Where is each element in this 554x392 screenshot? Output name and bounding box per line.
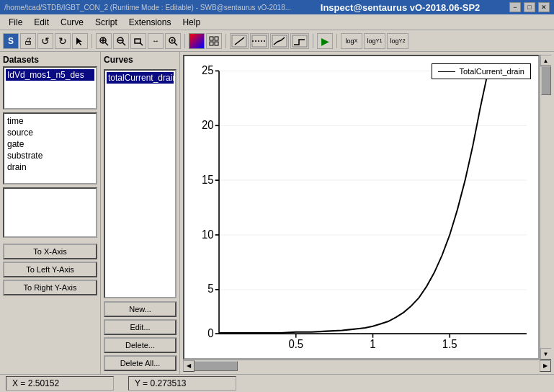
toolbar-t1-btn[interactable] [230,33,249,49]
menu-edit[interactable]: Edit [28,16,55,29]
legend-line-icon [438,71,455,72]
attr-source[interactable]: source [6,127,94,138]
toolbar-zoom-in-btn[interactable] [96,33,112,49]
attr-drain[interactable]: drain [6,161,94,173]
chart-wrapper: TotalCurrent_drain [183,55,551,371]
toolbar-zoom-out-btn[interactable] [113,33,129,49]
chart-svg: 25 20 15 10 5 0 [184,56,538,358]
scroll-thumb-h[interactable] [195,361,238,371]
curve-action-buttons: New... Edit... Delete... Delete All... [104,301,177,371]
svg-text:25: 25 [202,64,214,76]
close-button[interactable]: ✕ [538,2,550,12]
attr-gate[interactable]: gate [6,138,94,150]
svg-line-10 [174,43,177,45]
delete-curve-button[interactable]: Delete... [104,337,177,353]
menu-help[interactable]: Help [177,16,206,29]
toolbar-app-icon[interactable]: S [3,33,19,49]
toolbar-play-btn[interactable]: ▶ [317,33,333,49]
minimize-button[interactable]: − [509,2,521,12]
curves-label: Curves [104,55,177,65]
scroll-up-btn[interactable]: ▲ [540,55,552,66]
toolbar-sep4 [313,34,313,48]
menu-curve[interactable]: Curve [55,16,89,29]
restore-button[interactable]: □ [524,2,535,12]
x-coordinate: X = 2.50152 [6,376,114,391]
toolbar-sep5 [336,34,337,48]
attributes-listbox[interactable]: time source gate substrate drain [3,112,97,184]
svg-text:10: 10 [202,228,214,240]
toolbar-logy2-btn[interactable]: logY2 [387,33,408,49]
new-curve-button[interactable]: New... [104,301,177,317]
svg-text:20: 20 [202,118,214,130]
toolbar-cursor-btn[interactable] [72,33,88,49]
svg-rect-7 [135,39,140,43]
delete-all-curves-button[interactable]: Delete All... [104,355,177,371]
svg-text:1.5: 1.5 [442,338,457,350]
toolbar-undo-btn[interactable]: ↺ [37,33,53,49]
toolbar-zoom-fit-btn[interactable]: ↔ [148,33,164,49]
svg-rect-13 [210,37,213,40]
toolbar-color-btn[interactable] [189,33,205,49]
toolbar-grid-btn[interactable] [206,33,222,49]
datasets-listbox[interactable]: IdVd_mos1_n5_des [3,66,97,110]
svg-rect-23 [184,56,538,358]
scroll-left-btn[interactable]: ◀ [183,360,195,372]
menu-extensions[interactable]: Extensions [123,16,177,29]
toolbar: S 🖨 ↺ ↻ ↔ ▶ logX logY1 logY2 [0,30,554,52]
toolbar-logy1-btn[interactable]: logY1 [364,33,385,49]
svg-text:1: 1 [370,338,375,350]
y-coordinate: Y = 0.273513 [128,376,236,391]
attr-substrate[interactable]: substrate [6,150,94,161]
to-xaxis-button[interactable]: To X-Axis [3,244,97,259]
svg-rect-15 [210,42,213,45]
main-content: Datasets IdVd_mos1_n5_des time source ga… [0,52,554,374]
toolbar-t2-btn[interactable] [250,33,269,49]
svg-line-5 [122,43,125,45]
datasets-section: Datasets IdVd_mos1_n5_des [3,55,97,110]
menu-script[interactable]: Script [89,16,123,29]
toolbar-logx-btn[interactable]: logX [341,33,362,49]
scroll-track-v [541,66,551,348]
dataset-item[interactable]: IdVd_mos1_n5_des [6,69,94,81]
window-controls: − □ ✕ [509,2,550,12]
curve-item[interactable]: totalCurrent_drain [107,72,174,84]
menu-bar: File Edit Curve Script Extensions Help [0,14,554,30]
chart-and-scroll: TotalCurrent_drain [183,55,551,360]
y-value: 0.273513 [150,378,186,388]
y-label: Y = [135,378,148,388]
legend-label: TotalCurrent_drain [460,67,525,76]
x-value: 2.50152 [28,378,59,388]
toolbar-redo-btn[interactable]: ↻ [55,33,71,49]
extra-listbox[interactable] [3,187,97,238]
title-bar: /home/tcad/STDB/IGBT_CON_2 (Runtime Mode… [0,0,554,14]
svg-text:0: 0 [207,326,213,339]
menu-file[interactable]: File [3,16,28,29]
toolbar-crosshair-btn[interactable] [165,33,181,49]
scroll-track-h [195,360,540,371]
scroll-right-btn[interactable]: ▶ [540,360,551,372]
toolbar-print-btn[interactable]: 🖨 [20,33,36,49]
toolbar-t3-btn[interactable] [270,33,289,49]
svg-rect-16 [215,42,218,45]
curves-panel: Curves totalCurrent_drain New... Edit...… [101,52,180,374]
to-left-yaxis-button[interactable]: To Left Y-Axis [3,262,97,277]
edit-curve-button[interactable]: Edit... [104,319,177,335]
scroll-thumb-v[interactable] [541,66,551,95]
datasets-panel: Datasets IdVd_mos1_n5_des time source ga… [0,52,101,374]
attr-time[interactable]: time [6,115,94,127]
to-right-yaxis-button[interactable]: To Right Y-Axis [3,280,97,295]
svg-line-8 [140,43,143,45]
toolbar-sep1 [91,34,92,48]
chart-area[interactable]: TotalCurrent_drain [183,55,540,360]
curves-listbox[interactable]: totalCurrent_drain [104,69,177,298]
status-bar: X = 2.50152 Y = 0.273513 [0,374,554,392]
svg-line-18 [235,37,244,45]
toolbar-sep3 [225,34,226,48]
app-title: Inspect@sentaurus vO-2018.06-SP2 [321,2,481,13]
toolbar-zoom-rect-btn[interactable] [130,33,146,49]
svg-text:5: 5 [207,282,213,295]
toolbar-t4-btn[interactable] [290,33,309,49]
scroll-down-btn[interactable]: ▼ [540,348,552,360]
chart-legend: TotalCurrent_drain [432,63,532,79]
vertical-scrollbar: ▲ ▼ [540,55,551,360]
